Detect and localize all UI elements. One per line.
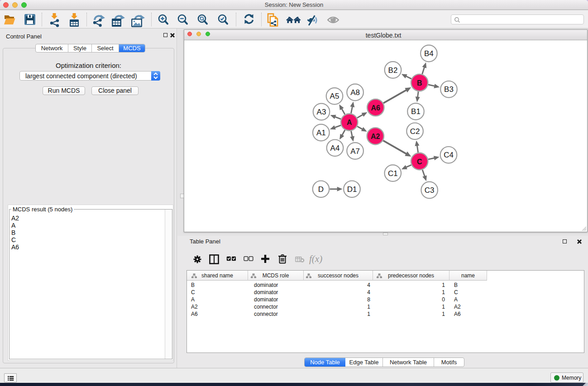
svg-text:C1: C1 bbox=[388, 169, 398, 178]
svg-text:A6: A6 bbox=[371, 104, 381, 112]
svg-text:C2: C2 bbox=[410, 127, 420, 136]
svg-text:A5: A5 bbox=[330, 92, 339, 100]
svg-text:B2: B2 bbox=[388, 66, 398, 75]
svg-text:A3: A3 bbox=[317, 108, 326, 116]
svg-text:D1: D1 bbox=[347, 185, 357, 194]
svg-text:A1: A1 bbox=[316, 129, 326, 137]
svg-text:C4: C4 bbox=[444, 151, 454, 159]
svg-text:B4: B4 bbox=[424, 49, 434, 58]
svg-text:A8: A8 bbox=[350, 88, 360, 97]
svg-text:A4: A4 bbox=[330, 144, 340, 152]
svg-text:A: A bbox=[347, 119, 352, 126]
svg-text:A2: A2 bbox=[371, 133, 380, 140]
svg-text:C3: C3 bbox=[425, 186, 435, 195]
svg-text:C: C bbox=[417, 158, 422, 166]
svg-text:B1: B1 bbox=[411, 107, 421, 116]
svg-text:B: B bbox=[417, 79, 422, 87]
svg-text:A7: A7 bbox=[350, 147, 360, 156]
svg-text:B3: B3 bbox=[444, 85, 454, 94]
svg-text:D: D bbox=[318, 185, 324, 194]
